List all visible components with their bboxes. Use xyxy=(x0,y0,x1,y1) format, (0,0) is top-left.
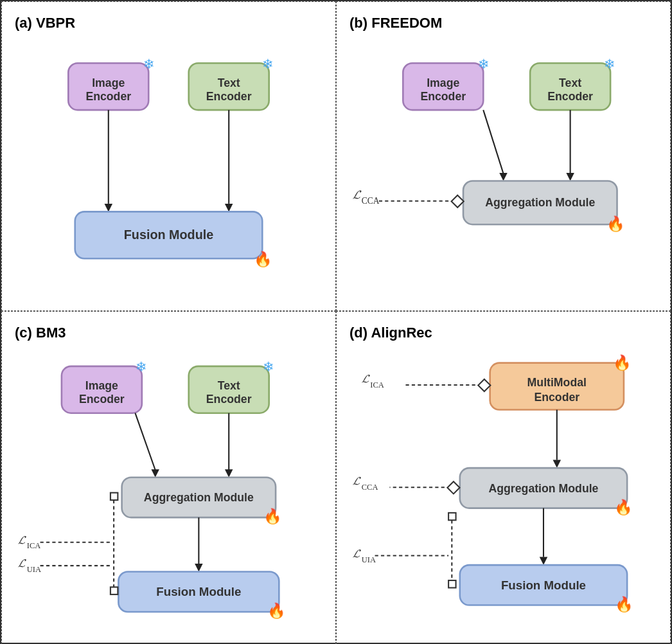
svg-text:Encoder: Encoder xyxy=(85,90,131,103)
svg-text:UIA: UIA xyxy=(362,555,376,564)
svg-text:❄: ❄ xyxy=(478,57,490,72)
svg-text:Fusion Module: Fusion Module xyxy=(156,585,241,598)
svg-text:Image: Image xyxy=(92,76,125,89)
svg-marker-26 xyxy=(566,173,574,181)
svg-text:𝓛: 𝓛 xyxy=(17,533,26,546)
svg-text:Encoder: Encoder xyxy=(420,90,466,103)
svg-text:Text: Text xyxy=(218,379,240,392)
svg-text:Aggregation Module: Aggregation Module xyxy=(488,481,598,494)
panel-d-title: (d) AlignRec xyxy=(349,325,432,341)
svg-marker-50 xyxy=(195,564,202,571)
svg-text:🔥: 🔥 xyxy=(267,602,286,620)
svg-text:ICA: ICA xyxy=(370,380,384,389)
svg-text:Encoder: Encoder xyxy=(547,90,593,103)
panel-c-diagram: Image Encoder ❄ Text Encoder ❄ Aggregati… xyxy=(15,353,323,634)
svg-text:𝓛: 𝓛 xyxy=(17,557,26,569)
svg-text:❄: ❄ xyxy=(136,359,147,375)
panel-b-title: (b) FREEDOM xyxy=(349,15,442,31)
svg-text:🔥: 🔥 xyxy=(614,498,633,516)
svg-text:𝓛: 𝓛 xyxy=(352,474,361,487)
svg-text:❄: ❄ xyxy=(604,57,615,72)
svg-text:𝓛: 𝓛 xyxy=(352,546,361,559)
svg-marker-24 xyxy=(499,173,507,181)
svg-rect-54 xyxy=(111,492,118,499)
svg-line-23 xyxy=(483,110,503,174)
panel-b-diagram: Image Encoder ❄ Text Encoder ❄ Aggregati… xyxy=(349,43,657,298)
svg-text:Text: Text xyxy=(218,76,240,89)
panel-c-content: Image Encoder ❄ Text Encoder ❄ Aggregati… xyxy=(15,353,323,634)
svg-text:CCA: CCA xyxy=(362,483,378,492)
svg-marker-45 xyxy=(225,469,233,477)
panel-d-content: MultiModal Encoder 🔥 𝓛 ICA Aggregation M… xyxy=(349,353,657,634)
svg-text:Aggregation Module: Aggregation Module xyxy=(485,196,595,209)
svg-text:Fusion Module: Fusion Module xyxy=(501,578,586,591)
svg-text:Encoder: Encoder xyxy=(206,90,252,103)
svg-text:❄: ❄ xyxy=(263,359,274,375)
svg-text:🔥: 🔥 xyxy=(254,250,272,268)
panel-c-title: (c) BM3 xyxy=(15,325,66,341)
svg-text:Text: Text xyxy=(559,76,581,89)
panel-b-content: Image Encoder ❄ Text Encoder ❄ Aggregati… xyxy=(349,43,657,298)
svg-text:❄: ❄ xyxy=(143,57,155,72)
svg-text:Aggregation Module: Aggregation Module xyxy=(144,491,254,504)
svg-text:Image: Image xyxy=(85,379,118,392)
svg-text:Fusion Module: Fusion Module xyxy=(124,228,213,242)
svg-marker-81 xyxy=(540,557,547,564)
svg-rect-55 xyxy=(111,587,118,594)
svg-marker-9 xyxy=(105,204,112,211)
panel-a-title: (a) VBPR xyxy=(15,15,75,31)
svg-text:🔥: 🔥 xyxy=(606,215,625,233)
svg-text:Encoder: Encoder xyxy=(79,393,125,406)
panel-c: (c) BM3 Image Encoder ❄ Text Encoder ❄ xyxy=(1,311,336,644)
svg-rect-86 xyxy=(448,580,455,587)
svg-text:Image: Image xyxy=(427,76,459,89)
svg-rect-67 xyxy=(478,379,490,391)
svg-marker-43 xyxy=(151,469,159,477)
panel-a: (a) VBPR Image Encoder ❄ Text Encoder ❄ xyxy=(1,1,336,311)
svg-text:❄: ❄ xyxy=(262,57,274,72)
panel-d: (d) AlignRec MultiModal Encoder 🔥 𝓛 ICA … xyxy=(336,311,671,644)
panel-a-diagram: Image Encoder ❄ Text Encoder ❄ Fusion Mo… xyxy=(15,43,323,298)
svg-text:CCA: CCA xyxy=(362,196,380,206)
svg-text:UIA: UIA xyxy=(27,564,41,573)
svg-text:Encoder: Encoder xyxy=(534,391,579,404)
svg-text:🔥: 🔥 xyxy=(615,595,633,613)
main-grid: (a) VBPR Image Encoder ❄ Text Encoder ❄ xyxy=(0,0,672,644)
panel-a-content: Image Encoder ❄ Text Encoder ❄ Fusion Mo… xyxy=(15,43,323,298)
panel-b: (b) FREEDOM Image Encoder ❄ Text Encoder… xyxy=(336,1,671,311)
svg-rect-85 xyxy=(448,513,455,520)
svg-text:ICA: ICA xyxy=(27,541,41,550)
svg-rect-30 xyxy=(452,195,464,208)
svg-marker-72 xyxy=(553,460,561,467)
svg-marker-11 xyxy=(225,204,233,211)
svg-text:🔥: 🔥 xyxy=(263,507,282,525)
svg-text:Encoder: Encoder xyxy=(206,393,252,406)
panel-d-diagram: MultiModal Encoder 🔥 𝓛 ICA Aggregation M… xyxy=(349,353,657,634)
svg-rect-76 xyxy=(447,481,459,494)
svg-text:MultiModal: MultiModal xyxy=(527,376,587,389)
svg-text:𝓛: 𝓛 xyxy=(361,372,370,385)
svg-line-42 xyxy=(135,413,155,470)
svg-text:𝓛: 𝓛 xyxy=(352,188,362,201)
svg-text:🔥: 🔥 xyxy=(613,353,632,371)
